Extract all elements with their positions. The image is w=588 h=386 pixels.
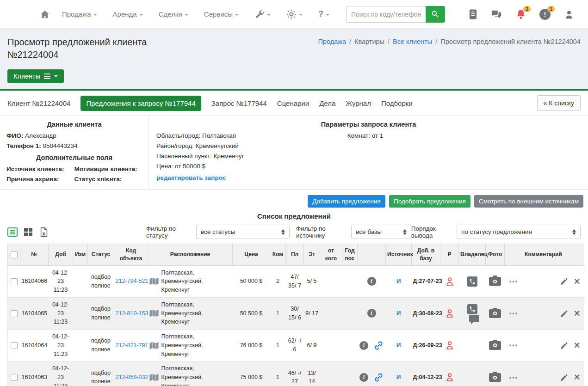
menu-deals[interactable]: Сделки (159, 10, 188, 18)
row-checkbox[interactable] (11, 278, 18, 285)
phone-value: 0504443234 (43, 142, 78, 149)
row-location: Полтавская, Кременчугский, Кременчуг (161, 332, 231, 358)
tab-journal[interactable]: Журнал (346, 99, 371, 107)
more-options-icon[interactable]: ••• (509, 278, 519, 285)
add-offer-button[interactable]: Добавить предложение (308, 195, 385, 208)
edit-icon[interactable] (560, 277, 569, 286)
back-to-list-button[interactable]: « К списку (537, 95, 581, 111)
menu-services-label: Сервисы (204, 10, 233, 18)
excel-export-icon[interactable] (39, 227, 49, 237)
realtor-icon[interactable] (445, 310, 455, 316)
row-id: 16104063 (20, 361, 49, 386)
object-code-link[interactable]: 212-858-032 (116, 374, 149, 380)
client-status-label: Статус клієнта: (74, 176, 142, 183)
realtor-icon[interactable] (445, 374, 455, 380)
profile-button[interactable] (563, 8, 575, 20)
row-location: Полтавская, Кременчугский, Кременчуг (161, 300, 231, 326)
status-filter-select[interactable]: все статусы (196, 225, 290, 239)
breadcrumb-link-all-clients[interactable]: Все клиенты (393, 38, 432, 45)
delete-icon[interactable]: × (574, 276, 580, 287)
external-sources-button[interactable]: Смотреть по внешним источникам (474, 195, 583, 208)
camera-icon[interactable] (489, 373, 501, 382)
row-price: 75 000 $ (233, 361, 270, 386)
edit-icon[interactable] (560, 373, 569, 382)
menu-rent[interactable]: Аренда (113, 10, 143, 18)
menu-sale[interactable]: Продажа (62, 10, 97, 18)
row-comment (523, 297, 556, 329)
camera-icon[interactable] (489, 277, 501, 286)
info-icon[interactable]: i (359, 373, 368, 382)
camera-icon[interactable] (489, 341, 501, 350)
tab-tasks[interactable]: Дела (319, 99, 335, 107)
offer-row: 16104063 04-12-2311:23 подборполное 212-… (8, 361, 584, 386)
navbar-right: 2 ! 1 (467, 8, 575, 20)
more-options-icon[interactable]: ••• (509, 310, 519, 317)
grid-view-icon[interactable] (23, 227, 33, 237)
clients-menu-button[interactable]: Клиенты (7, 69, 64, 83)
breadcrumb-link-sale[interactable]: Продажа (318, 38, 346, 45)
object-code-link[interactable]: 212-794-521 (116, 278, 149, 284)
notifications-button[interactable]: 2 (515, 8, 527, 20)
search-input[interactable] (346, 6, 426, 23)
row-area: 30/ 15/ 6 (286, 297, 304, 329)
search-button[interactable] (426, 6, 445, 23)
row-status-2: полное (89, 313, 113, 322)
alerts-button[interactable]: ! 1 (539, 8, 551, 20)
menu-services[interactable]: Сервисы (204, 10, 239, 18)
info-icon[interactable]: i (359, 341, 368, 350)
link-icon[interactable] (374, 373, 384, 382)
list-view-icon[interactable] (7, 227, 18, 237)
edit-icon[interactable] (560, 309, 569, 318)
realtor-icon[interactable] (445, 342, 455, 349)
more-options-icon[interactable]: ••• (509, 342, 519, 349)
delete-icon[interactable]: × (574, 308, 580, 319)
settings-menu[interactable] (286, 9, 303, 19)
tab-offers-to-request[interactable]: Предложения к запросу №177944 (80, 96, 201, 111)
object-code-link[interactable]: 212-810-153 (116, 310, 149, 317)
object-code-link[interactable]: 212-821-791 (116, 342, 149, 349)
menu-sale-label: Продажа (62, 10, 91, 18)
tools-menu[interactable] (254, 9, 271, 19)
tab-client[interactable]: Клиент №21224004 (7, 99, 70, 107)
row-checkbox[interactable] (11, 342, 18, 349)
chevron-down-icon (299, 14, 303, 16)
delete-icon[interactable]: × (574, 340, 580, 350)
row-checkbox[interactable] (11, 374, 18, 381)
chevron-down-icon (93, 14, 97, 16)
docs-button[interactable] (467, 8, 479, 20)
phone-icon[interactable] (467, 276, 477, 287)
edit-request-link[interactable]: редактировать запрос (156, 174, 226, 181)
more-options-icon[interactable]: ••• (509, 374, 519, 381)
select-offers-button[interactable]: Подобрать предложения (389, 195, 470, 208)
col-status: Статус (88, 244, 114, 266)
info-icon[interactable]: i (367, 277, 376, 286)
link-icon[interactable] (374, 341, 384, 350)
tab-scenarios[interactable]: Сценарии (277, 99, 309, 107)
camera-icon[interactable] (489, 309, 501, 318)
tab-collections[interactable]: Подборки (381, 99, 413, 107)
tab-request[interactable]: Запрос №177944 (211, 99, 267, 107)
order-filter-select[interactable]: по статусу предложения (457, 225, 581, 239)
col-location: Расположение (148, 244, 233, 266)
row-price: 50 000 $ (233, 265, 270, 297)
chat-icon[interactable] (469, 315, 479, 322)
row-comment (523, 361, 556, 386)
phone-icon[interactable] (467, 304, 477, 314)
request-rooms: Комнат: от 1 (347, 132, 581, 139)
messages-button[interactable] (491, 8, 503, 20)
home-button[interactable] (40, 9, 50, 19)
select-all-checkbox[interactable] (11, 251, 18, 258)
row-checkbox[interactable] (11, 310, 18, 317)
edit-icon[interactable] (560, 341, 569, 350)
help-menu[interactable]: ? (318, 9, 329, 19)
chevron-down-icon (235, 14, 239, 16)
row-year (342, 265, 358, 297)
delete-icon[interactable]: × (574, 372, 580, 382)
realtor-icon[interactable] (445, 278, 455, 284)
row-status-2: полное (89, 377, 113, 386)
col-added: Доб (49, 244, 73, 266)
row-status-1: подбор (89, 305, 113, 313)
info-icon[interactable]: i (367, 309, 376, 318)
col-floor: Эт (304, 244, 320, 266)
source-filter-select[interactable]: все базы (351, 225, 411, 239)
